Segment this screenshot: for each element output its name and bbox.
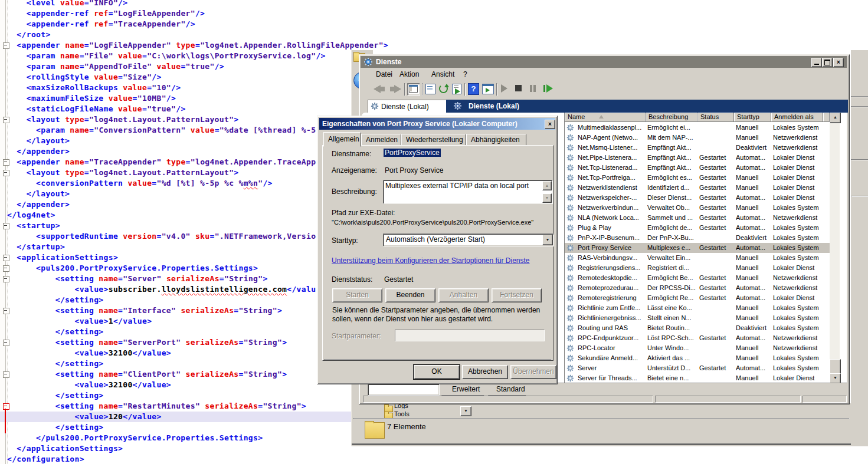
fold-marker[interactable] <box>3 117 9 123</box>
refresh-icon[interactable] <box>438 84 448 93</box>
menu-ansicht[interactable]: Ansicht <box>431 70 454 78</box>
service-row[interactable]: Netzwerkspeicher-...Dieser Dienst...Gest… <box>565 193 830 203</box>
service-logon: Lokales System <box>773 364 827 371</box>
service-row[interactable]: Remoteprozedurau...Der RPCSS-Di...Gestar… <box>565 283 830 293</box>
service-gear-icon <box>566 234 574 242</box>
column-header-beschreibung[interactable]: Beschreibung <box>646 113 697 122</box>
fold-marker[interactable] <box>3 255 9 261</box>
service-gear-icon <box>566 174 574 182</box>
start-service-icon[interactable] <box>501 84 507 93</box>
fold-marker[interactable] <box>3 42 9 49</box>
service-name-value[interactable]: PortProxyService <box>384 149 441 157</box>
dialog-tab-anmelden[interactable]: Anmelden <box>361 134 401 146</box>
stop-button[interactable]: Beenden <box>385 288 435 302</box>
service-row[interactable]: RPC-Endpunktzuor...Löst RPC-Sch...Gestar… <box>565 333 830 343</box>
dialog-close-icon[interactable]: × <box>545 120 555 129</box>
minimize-button[interactable] <box>811 58 822 67</box>
menu-aktion[interactable]: Aktion <box>399 70 419 78</box>
tab-erweitert[interactable]: Erweitert <box>441 383 487 396</box>
starttype-dropdown-icon[interactable]: ▼ <box>542 235 553 245</box>
service-row[interactable]: Richtlinie zum Entfe...Lässt eine Ko...M… <box>565 303 830 313</box>
dialog-tab-allgemein[interactable]: Allgemein <box>323 132 361 147</box>
service-row[interactable]: RemoteregistrierungErmöglicht Re...Gesta… <box>565 293 830 303</box>
pause-button[interactable]: Anhalten <box>438 288 489 302</box>
close-button[interactable]: × <box>833 58 844 67</box>
help-icon[interactable]: ? <box>468 83 479 95</box>
fold-marker[interactable] <box>3 308 9 314</box>
service-gear-icon <box>566 164 574 172</box>
scroll-up-icon[interactable]: ▲ <box>830 113 841 123</box>
starttype-combobox[interactable]: Automatisch (Verzögerter Start) ▼ <box>383 233 554 246</box>
service-row[interactable]: RAS-Verbindungsv...Verwaltet Ein...Manue… <box>565 253 830 263</box>
startparam-input[interactable] <box>395 330 545 341</box>
service-gear-icon <box>566 374 574 382</box>
show-console-tree-icon[interactable] <box>407 83 420 96</box>
service-row[interactable]: Port Proxy ServiceMultiplexes e...Gestar… <box>565 243 830 253</box>
services-scrollbar[interactable] <box>830 113 840 383</box>
service-row[interactable]: Multimediaklassenpl...Ermöglicht ei...Ma… <box>565 123 830 133</box>
service-row[interactable]: Net.Tcp-Listenerad...Empfängt Akt...Gest… <box>565 163 830 173</box>
description-scroll-down-icon[interactable]: ▼ <box>542 193 552 203</box>
service-row[interactable]: Plug & PlayErmöglicht de...GestartetAuto… <box>565 223 830 233</box>
maximize-button[interactable] <box>822 58 833 67</box>
service-row[interactable]: Richtlinienergebniss...Stellt einen N...… <box>565 313 830 323</box>
menu-hilfe[interactable]: ? <box>463 70 467 78</box>
tab-standard[interactable]: Standard <box>488 383 532 396</box>
service-row[interactable]: NLA (Network Loca...Sammelt und ...Gesta… <box>565 213 830 223</box>
forward-icon[interactable] <box>394 85 401 93</box>
description-scroll-up-icon[interactable]: ▲ <box>542 181 552 190</box>
fold-marker[interactable] <box>3 265 9 272</box>
menu-datei[interactable]: Datei <box>376 70 392 78</box>
service-row[interactable]: NetzwerklistendienstIdentifiziert d...Ge… <box>565 183 830 193</box>
service-row[interactable]: RPC-LocatorUnter Windo...ManuellNetzwerk… <box>565 343 830 353</box>
tree-root-tab[interactable]: Dienste (Lokal) <box>368 100 447 113</box>
scroll-thumb[interactable] <box>830 359 841 374</box>
fold-marker-changed[interactable] <box>3 403 9 410</box>
background-panel-column <box>850 50 868 446</box>
service-row[interactable]: Registrierungsdiens...Registriert di...M… <box>565 263 830 273</box>
stop-service-icon[interactable] <box>515 85 522 91</box>
cancel-button[interactable]: Abbrechen <box>462 365 508 379</box>
fold-marker[interactable] <box>3 371 9 378</box>
service-row[interactable]: Net.Msmq-Listener...Empfängt Akt...Deakt… <box>565 143 830 153</box>
service-row[interactable]: Net.Tcp-Portfreiga...Ermöglicht es...Ges… <box>565 173 830 183</box>
back-icon[interactable] <box>374 85 381 93</box>
service-row[interactable]: Netzwerkverbindun...Verwaltet Ob...Gesta… <box>565 203 830 213</box>
fold-marker[interactable] <box>3 223 9 229</box>
service-logon: Lokaler Dienst <box>773 374 827 381</box>
tree-dropdown-button[interactable]: ▼ <box>460 406 471 416</box>
column-header-starttyp[interactable]: Starttyp <box>734 113 771 122</box>
service-row[interactable]: Routing und RASBietet Routin...Deaktivie… <box>565 323 830 333</box>
start-button[interactable]: Starten <box>332 288 382 302</box>
show-description-pane-icon[interactable] <box>482 84 494 94</box>
service-row[interactable]: PnP-X-IP-Busenum...Der PnP-X-Bu...Deakti… <box>565 233 830 243</box>
export-list-icon[interactable] <box>452 84 461 94</box>
column-header-status[interactable]: Status <box>697 113 734 122</box>
column-header-name[interactable]: Name <box>565 113 646 122</box>
header-gear-icon <box>453 101 462 110</box>
restart-service-icon[interactable] <box>543 85 545 92</box>
ok-button[interactable]: OK <box>414 365 460 379</box>
pause-service-icon2[interactable] <box>533 85 536 92</box>
service-row[interactable]: ServerUnterstützt D...GestartetAutomat..… <box>565 363 830 373</box>
dialog-tab-abhaengigkeiten[interactable]: Abhängigkeiten <box>466 134 526 146</box>
description-textarea[interactable]: Multiplexes external TCP/IP data on loca… <box>383 180 553 204</box>
dialog-tab-wiederherstellung[interactable]: Wiederherstellung <box>401 134 466 146</box>
service-name: Richtlinienergebniss... <box>578 314 644 321</box>
fold-marker[interactable] <box>3 159 9 166</box>
resume-button[interactable]: Fortsetzen <box>492 288 542 302</box>
apply-button[interactable]: Übernehmen <box>510 365 556 379</box>
fold-marker[interactable] <box>3 276 9 282</box>
service-row[interactable]: Net.Pipe-Listenera...Empfängt Akt...Gest… <box>565 153 830 163</box>
service-logon: Lokales System <box>773 244 827 251</box>
service-row[interactable]: Sekundäre Anmeld...Aktiviert das ...Manu… <box>565 353 830 363</box>
fold-marker[interactable] <box>3 340 9 346</box>
tree-item-tools[interactable]: Tools <box>394 410 418 416</box>
service-row[interactable]: NAP-Agent (Netwo...Mit dem NAP-...Manuel… <box>565 133 830 143</box>
service-row[interactable]: Server für Threads...Bietet eine n...Man… <box>565 373 830 383</box>
startoptions-help-link[interactable]: Unterstützung beim Konfigurieren der Sta… <box>332 256 530 265</box>
fold-marker[interactable] <box>3 170 9 176</box>
properties-icon[interactable] <box>425 84 435 94</box>
column-header-anmelden[interactable]: Anmelden als <box>771 113 823 122</box>
service-row[interactable]: Remotedesktopdie...Ermöglicht Be...Gesta… <box>565 273 830 283</box>
